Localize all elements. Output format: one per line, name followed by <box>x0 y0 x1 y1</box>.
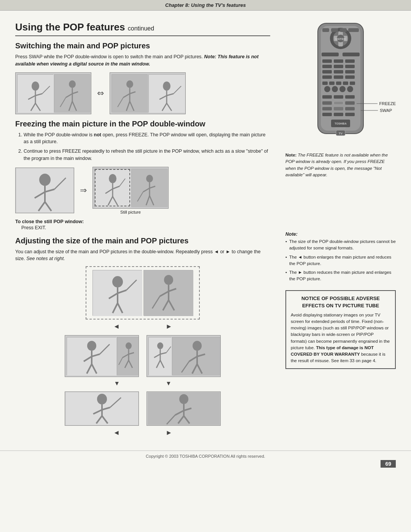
svg-rect-131 <box>331 28 338 32</box>
left-arrow-col: ◄ <box>113 323 120 331</box>
size-pip-panel <box>143 270 193 316</box>
panel-batter2 <box>148 74 185 112</box>
size-bottom-right <box>147 391 221 426</box>
size-result-right <box>147 335 221 377</box>
size-bottom-left <box>65 391 139 426</box>
size-results-row <box>65 335 221 377</box>
svg-rect-150 <box>336 81 341 85</box>
svg-rect-151 <box>343 81 348 85</box>
freeze-images: ⇒ <box>15 167 270 214</box>
adjusting-heading: Adjusting the size of the main and POP p… <box>15 236 270 245</box>
svg-rect-168 <box>345 113 355 116</box>
section-adjusting: Adjusting the size of the main and POP p… <box>15 236 270 439</box>
svg-rect-140 <box>334 65 343 68</box>
svg-rect-160 <box>322 101 332 105</box>
svg-point-17 <box>126 80 133 88</box>
freeze-img-right <box>92 167 169 209</box>
down-arrow-right: ▼ <box>166 380 172 387</box>
size-result-right-box <box>147 335 221 377</box>
svg-rect-139 <box>322 65 332 68</box>
freeze-panel-right <box>131 169 167 207</box>
page: Chapter 8: Using the TV's features Using… <box>0 0 411 532</box>
svg-point-97 <box>193 341 202 351</box>
svg-point-25 <box>163 81 170 91</box>
footer: Copyright © 2003 TOSHIBA CORPORATION All… <box>0 451 411 460</box>
svg-point-57 <box>112 276 123 288</box>
note-bullet-2: The ◄ button enlarges the main picture a… <box>285 254 396 267</box>
freeze-img-right-wrap: Still picture <box>92 167 169 214</box>
right-arrow-icon: ► <box>166 323 172 331</box>
svg-rect-167 <box>334 113 343 116</box>
note-bullet-1: The size of the POP double-window pictur… <box>285 238 396 252</box>
panel-golfer <box>54 74 90 112</box>
switching-heading: Switching the main and POP pictures <box>15 42 270 50</box>
remote-wrap: ENTER <box>285 21 396 144</box>
note-section: Note: The size of the POP double-window … <box>285 232 396 283</box>
svg-rect-159 <box>345 95 355 99</box>
svg-point-89 <box>157 342 163 349</box>
svg-rect-134 <box>322 53 339 56</box>
right-arrow-col: ► <box>166 323 172 331</box>
down-arrow-left: ▼ <box>114 380 120 387</box>
notice-body: Avoid displaying stationary images on yo… <box>291 312 390 364</box>
switching-images: ⇔ <box>15 72 270 114</box>
size-dashed-box-top <box>86 266 200 320</box>
right-column: ENTER <box>282 18 396 439</box>
section-switching: Switching the main and POP pictures Pres… <box>15 42 270 114</box>
svg-point-153 <box>324 86 330 92</box>
footer-area: Copyright © 2003 TOSHIBA CORPORATION All… <box>0 443 411 470</box>
size-bottom-row <box>65 391 221 426</box>
bottom-right-arrow-col: ► <box>166 429 172 437</box>
freeze-step-2: Continue to press FREEZE repeatedly to r… <box>24 148 270 162</box>
size-main-small <box>148 337 171 375</box>
chapter-header: Chapter 8: Using the TV's features <box>0 0 411 11</box>
svg-rect-162 <box>345 101 355 105</box>
right-down-col: ▼ <box>166 380 172 387</box>
size-result-left <box>65 335 139 377</box>
size-main-big <box>67 337 116 375</box>
svg-point-105 <box>97 394 107 404</box>
freeze-panel-left <box>94 169 131 207</box>
size-main-panel <box>92 270 142 316</box>
svg-point-73 <box>87 341 96 351</box>
freeze-arrow: ⇒ <box>78 185 89 195</box>
panel-batter <box>17 74 53 112</box>
freeze-note-bold: Note: <box>285 153 296 157</box>
size-pip-big <box>172 337 221 375</box>
svg-point-156 <box>347 86 353 92</box>
press-exit: Press EXIT. <box>21 225 270 230</box>
svg-rect-132 <box>340 28 347 32</box>
svg-rect-149 <box>329 81 335 85</box>
still-picture-label: Still picture <box>120 210 141 214</box>
svg-rect-142 <box>322 70 332 73</box>
adjusting-body: You can adjust the size of the main and … <box>15 248 270 263</box>
svg-text:TV: TV <box>339 132 343 135</box>
bottom-right-arrow: ► <box>166 429 172 437</box>
copyright: Copyright © 2003 TOSHIBA CORPORATION All… <box>146 454 265 459</box>
size-bottom-right-box <box>147 391 221 426</box>
switching-img-right <box>110 72 186 114</box>
bottom-left-arrow: ◄ <box>113 429 120 437</box>
left-column: Using the POP features continued Switchi… <box>15 18 282 439</box>
svg-rect-157 <box>322 95 332 99</box>
size-box-inner <box>90 268 195 318</box>
left-arrow-icon: ◄ <box>113 323 120 331</box>
freeze-label: FREEZE <box>379 101 396 106</box>
size-top-area <box>86 266 200 320</box>
svg-rect-138 <box>345 59 355 63</box>
notice-title: NOTICE OF POSSIBLE ADVERSEEFFECTS ON TV … <box>291 295 390 310</box>
svg-text:CT-90168: CT-90168 <box>336 127 346 129</box>
svg-point-9 <box>69 80 76 88</box>
svg-rect-136 <box>322 59 332 63</box>
notice-box: NOTICE OF POSSIBLE ADVERSEEFFECTS ON TV … <box>285 290 396 369</box>
svg-point-155 <box>339 86 346 92</box>
svg-rect-166 <box>322 113 332 116</box>
see-notes: See notes at right. <box>26 256 65 261</box>
svg-point-113 <box>179 394 188 404</box>
svg-text:TOSHIBA: TOSHIBA <box>335 122 346 125</box>
page-number: 69 <box>381 460 396 468</box>
svg-rect-130 <box>322 28 329 32</box>
freeze-note-text: Note: The FREEZE feature is not availabl… <box>285 152 396 178</box>
size-arrows-row: ◄ ► <box>113 323 172 331</box>
size-result-left-box <box>65 335 139 377</box>
